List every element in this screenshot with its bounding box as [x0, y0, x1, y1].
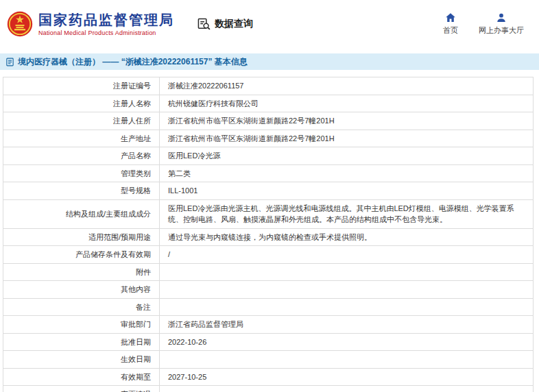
field-label: 有效期至 [3, 368, 160, 386]
table-row: 有效期至2027-10-25 [3, 368, 534, 386]
registration-info-table: 注册证编号浙械注准20222061157注册人名称杭州锐健医疗科技有限公司注册人… [3, 77, 534, 392]
header-right-nav: 首页 网上办事大厅 [443, 12, 528, 36]
table-row: 审批部门浙江省药品监督管理局 [3, 316, 534, 334]
table-row: 适用范围/预期用途通过导光束与内窥镜连接，为内窥镜的检查或手术提供照明。 [3, 228, 534, 246]
field-value: 2022-10-26 [160, 333, 534, 351]
field-value: 杭州锐健医疗科技有限公司 [160, 95, 534, 112]
nav-home-label: 首页 [443, 25, 458, 36]
field-label: 型号规格 [3, 182, 160, 200]
field-label: 变更情况 [3, 386, 160, 392]
table-row: 产品储存条件及有效期/ [3, 246, 534, 264]
field-value [160, 263, 534, 281]
table-row: 结构及组成/主要组成成分医用LED冷光源由光源主机、光源调光线和电源线组成。其中… [3, 199, 534, 228]
field-value [160, 351, 534, 369]
field-label: 生效日期 [3, 351, 160, 369]
table-row: 备注 [3, 298, 534, 316]
field-value: 第二类 [160, 164, 534, 182]
field-label: 适用范围/预期用途 [3, 228, 160, 246]
field-value: 2027-10-25 [160, 368, 534, 386]
field-value: 医用LED冷光源 [160, 147, 534, 165]
brand: 国家药品监督管理局 National Medical Products Admi… [7, 11, 174, 37]
field-label: 备注 [3, 298, 160, 316]
field-label: 注册人名称 [3, 95, 160, 112]
org-name-cn: 国家药品监督管理局 [38, 12, 174, 28]
person-icon [496, 12, 507, 23]
table-row: 产品名称医用LED冷光源 [3, 147, 534, 165]
field-label: 其他内容 [3, 281, 160, 299]
national-emblem-logo [7, 11, 33, 37]
brand-text: 国家药品监督管理局 National Medical Products Admi… [38, 12, 174, 36]
table-row: 管理类别第二类 [3, 164, 534, 182]
field-label: 结构及组成/主要组成成分 [3, 199, 160, 228]
nav-data-query[interactable]: 数据查询 [197, 18, 253, 31]
field-value: 浙江省杭州市临平区东湖街道新颜路22号7幢201H [160, 112, 534, 130]
table-row: 型号规格ILL-1001 [3, 182, 534, 200]
field-value: ILL-1001 [160, 182, 534, 200]
field-label: 附件 [3, 263, 160, 281]
table-row: 附件 [3, 263, 534, 281]
header: 国家药品监督管理局 National Medical Products Admi… [0, 0, 539, 48]
table-row: 注册证编号浙械注准20222061157 [3, 77, 534, 95]
field-label: 批准日期 [3, 333, 160, 351]
table-row: 注册人名称杭州锐健医疗科技有限公司 [3, 95, 534, 112]
field-value: 医用LED冷光源由光源主机、光源调光线和电源线组成。其中主机由LED灯模组、电源… [160, 199, 534, 228]
table-row: 批准日期2022-10-26 [3, 333, 534, 351]
nav-service-hall-label: 网上办事大厅 [479, 25, 524, 36]
nav-home[interactable]: 首页 [443, 12, 458, 36]
field-label: 产品名称 [3, 147, 160, 165]
table-row: 生效日期 [3, 351, 534, 369]
table-row: 变更情况 [3, 386, 534, 392]
field-value: 浙江省杭州市临平区东湖街道新颜路22号7幢201H [160, 130, 534, 147]
field-value: 浙械注准20222061157 [160, 77, 534, 95]
nav-service-hall[interactable]: 网上办事大厅 [479, 12, 524, 36]
field-label: 注册证编号 [3, 77, 160, 95]
page-title: 境内医疗器械（注册） —— “浙械注准20222061157” 基本信息 [18, 56, 248, 68]
data-query-label: 数据查询 [215, 18, 253, 30]
field-value: / [160, 246, 534, 264]
document-icon [5, 58, 14, 66]
field-label: 生产地址 [3, 130, 160, 147]
field-value: 浙江省药品监督管理局 [160, 316, 534, 334]
field-value [160, 281, 534, 299]
org-name-en: National Medical Products Administration [38, 29, 174, 36]
home-icon [445, 12, 456, 23]
table-row: 注册人住所浙江省杭州市临平区东湖街道新颜路22号7幢201H [3, 112, 534, 130]
field-value: 通过导光束与内窥镜连接，为内窥镜的检查或手术提供照明。 [160, 228, 534, 246]
data-query-magnifier-icon [197, 18, 211, 31]
table-row: 其他内容 [3, 281, 534, 299]
field-label: 审批部门 [3, 316, 160, 334]
field-label: 产品储存条件及有效期 [3, 246, 160, 264]
table-row: 生产地址浙江省杭州市临平区东湖街道新颜路22号7幢201H [3, 130, 534, 147]
field-value [160, 386, 534, 392]
field-label: 注册人住所 [3, 112, 160, 130]
field-value [160, 298, 534, 316]
field-label: 管理类别 [3, 164, 160, 182]
page-title-bar: 境内医疗器械（注册） —— “浙械注准20222061157” 基本信息 [0, 53, 539, 70]
